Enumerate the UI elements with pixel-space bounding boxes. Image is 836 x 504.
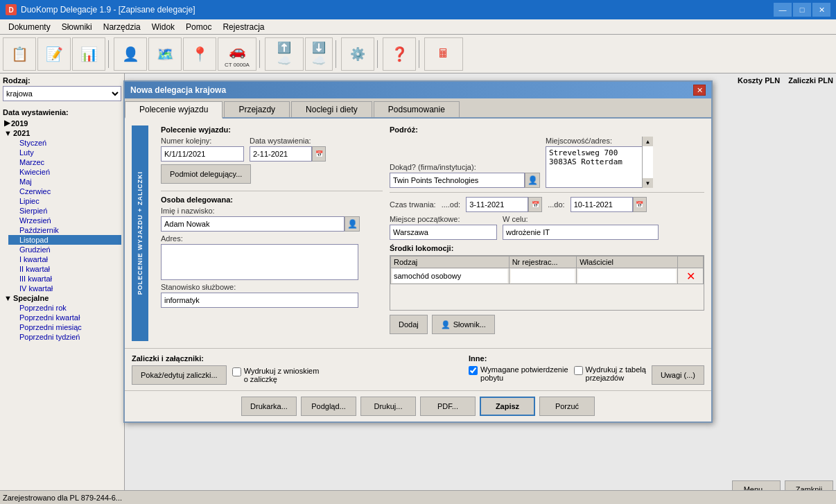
menu-pomoc[interactable]: Pomoc xyxy=(180,21,217,33)
address-scroll: ▲ ▼ xyxy=(642,137,653,188)
td-delete: ✕ xyxy=(678,268,704,284)
toolbar-map[interactable]: 🗺️ xyxy=(148,37,182,71)
data-wystawienia-input[interactable] xyxy=(250,146,312,162)
maximize-btn[interactable]: □ xyxy=(793,3,811,17)
cal-btn-do[interactable]: 📅 xyxy=(633,197,647,212)
scroll-up[interactable]: ▲ xyxy=(643,137,653,146)
cal-btn-od[interactable]: 📅 xyxy=(528,197,542,212)
toolbar-cloud-download[interactable]: ⬇️☁️ xyxy=(305,37,333,71)
od-input[interactable] xyxy=(466,197,528,212)
miejsce-poczatkowe-input[interactable] xyxy=(390,225,497,240)
pdf-btn[interactable]: PDF... xyxy=(420,397,476,416)
menu-dokumenty[interactable]: Dokumenty xyxy=(3,21,56,33)
podroz-section: Podróż: Dokąd? (firma/instytucja): 👤 Mie… xyxy=(390,125,704,334)
uwagi-btn[interactable]: Uwagi (...) xyxy=(652,365,704,385)
podroz-title: Podróż: xyxy=(390,125,704,134)
cal-btn-wystawienia[interactable]: 📅 xyxy=(312,146,326,162)
toolbar-table[interactable]: 📊 xyxy=(72,37,105,71)
dokad-select-btn[interactable]: 👤 xyxy=(525,173,540,188)
menu-narzedzia[interactable]: Narzędzia xyxy=(98,21,146,33)
w-celu-input[interactable] xyxy=(503,225,659,240)
dokad-group: Dokąd? (firma/instytucja): 👤 xyxy=(390,163,540,188)
toolbar-person[interactable]: 👤 xyxy=(114,37,147,71)
menu-rejestracja[interactable]: Rejestracja xyxy=(217,21,270,33)
inne-title: Inne: xyxy=(469,354,704,363)
zapisz-btn[interactable]: Zapisz xyxy=(480,397,535,416)
imie-nazwisko-input[interactable] xyxy=(161,216,345,232)
nr-rejestracji-input[interactable] xyxy=(511,269,575,283)
minimize-btn[interactable]: — xyxy=(774,3,792,17)
transport-tbody: ✕ xyxy=(391,268,704,284)
toolbar-car[interactable]: 🚗 CT 0000A xyxy=(218,37,256,71)
wydrukuj-z-tabela-checkbox[interactable] xyxy=(574,366,583,375)
dokad-input-row: 👤 xyxy=(390,173,540,188)
toolbar-sep-1 xyxy=(108,40,111,68)
app-close-btn[interactable]: ✕ xyxy=(812,3,830,17)
wlasciciel-input[interactable] xyxy=(578,269,676,283)
wymagane-potwierdzenie-checkbox[interactable] xyxy=(469,366,478,375)
data-wystawienia-label: Data wystawienia: xyxy=(250,137,326,145)
toolbar-new-delegation[interactable]: 📋 xyxy=(3,37,36,71)
divider-2 xyxy=(390,192,704,193)
miejscowosc-textarea[interactable]: Strevelsweg 700 3083AS Rotterdam xyxy=(546,146,653,188)
wymagane-potwierdzenie-label[interactable]: Wymagane potwierdzenie pobytu xyxy=(469,365,568,382)
dialog-close-btn[interactable]: ✕ xyxy=(693,85,706,96)
toolbar-help[interactable]: ❓ xyxy=(383,37,416,71)
wymagane-potwierdzenie-text: Wymagane potwierdzenie pobytu xyxy=(480,365,568,382)
delete-row-btn[interactable]: ✕ xyxy=(679,270,702,283)
czas-trwania-row: Czas trwania: ....od: 📅 ...do: 📅 xyxy=(390,197,704,212)
map-icon: 🗺️ xyxy=(154,43,176,65)
stanowisko-label: Stanowisko służbowe: xyxy=(161,283,383,291)
toolbar-cloud-upload[interactable]: ⬆️☁️ xyxy=(265,37,304,71)
toolbar-calculator[interactable]: 🖩 xyxy=(424,37,463,71)
stanowisko-input[interactable] xyxy=(161,293,358,308)
podmiot-btn[interactable]: Podmiot delegujący... xyxy=(161,164,251,184)
tabs: Polecenie wyjazdu Przejazdy Noclegi i di… xyxy=(125,98,711,119)
polecenie-wyjazdu-title: Polecenie wyjazdu: xyxy=(161,125,383,134)
route-icon: 📍 xyxy=(189,43,211,65)
pokaz-edytuj-btn[interactable]: Pokaż/edytuj zaliczki... xyxy=(132,365,227,385)
drukarka-btn[interactable]: Drukarka... xyxy=(241,397,297,416)
wydrukuj-z-wnioskiem-text: Wydrukuj z wnioskiem o zaliczkę xyxy=(244,367,320,383)
do-input[interactable] xyxy=(571,197,633,212)
adres-group: Adres: xyxy=(161,234,383,280)
toolbar-route[interactable]: 📍 xyxy=(183,37,216,71)
transport-table: Rodzaj Nr rejestrac... Właściciel xyxy=(390,256,704,284)
toolbar-edit[interactable]: 📝 xyxy=(37,37,71,71)
dodaj-btn[interactable]: Dodaj xyxy=(390,315,428,334)
dokad-input[interactable] xyxy=(390,173,525,188)
tab-polecenie-wyjazdu[interactable]: Polecenie wyjazdu xyxy=(125,101,223,119)
miejscowosc-input-row: Strevelsweg 700 3083AS Rotterdam ▲ ▼ xyxy=(546,146,653,188)
slownik-btn[interactable]: 👤 Słownik... xyxy=(432,315,495,334)
bottom-row: Zaliczki i załączniki: Pokaż/edytuj zali… xyxy=(132,354,704,385)
adres-textarea[interactable] xyxy=(161,244,358,280)
dialog-form-right: Podróż: Dokąd? (firma/instytucja): 👤 Mie… xyxy=(390,125,704,341)
zaliczki-section: Zaliczki i załączniki: Pokaż/edytuj zali… xyxy=(132,354,319,385)
scroll-down[interactable]: ▼ xyxy=(643,178,653,188)
w-celu-group: W celu: xyxy=(503,215,659,240)
tab-przejazdy[interactable]: Przejazdy xyxy=(224,101,290,117)
wydrukuj-z-wnioskiem-checkbox[interactable] xyxy=(232,367,241,376)
table-icon: 📊 xyxy=(78,43,100,65)
dokad-label: Dokąd? (firma/instytucja): xyxy=(390,163,540,171)
data-wystawienia-row: 📅 xyxy=(250,146,326,162)
toolbar-settings[interactable]: ⚙️ xyxy=(341,37,374,71)
rodzaj-input[interactable] xyxy=(392,269,507,283)
wydrukuj-z-wnioskiem-label[interactable]: Wydrukuj z wnioskiem o zaliczkę xyxy=(232,367,320,383)
wydrukuj-z-tabela-label[interactable]: Wydrukuj z tabelą przejazdów xyxy=(574,365,646,382)
tab-podsumowanie[interactable]: Podsumowanie xyxy=(374,101,460,117)
gear-icon: ⚙️ xyxy=(347,43,369,65)
numer-kolejny-input[interactable] xyxy=(161,146,244,162)
menu-slowniki[interactable]: Słowniki xyxy=(56,21,98,33)
edit-icon: 📝 xyxy=(43,43,65,65)
menu-widok[interactable]: Widok xyxy=(146,21,180,33)
toolbar-sep-5 xyxy=(419,40,421,68)
dialog-title-bar: Nowa delegacja krajowa ✕ xyxy=(125,82,711,98)
wydrukuj-z-tabela-text: Wydrukuj z tabelą przejazdów xyxy=(586,365,646,382)
th-nr-rejestracji: Nr rejestrac... xyxy=(509,257,577,268)
person-select-btn[interactable]: 👤 xyxy=(345,216,360,232)
tab-noclegi-diety[interactable]: Noclegi i diety xyxy=(291,101,372,117)
porzuc-btn[interactable]: Porzuć xyxy=(539,397,595,416)
drukuj-btn[interactable]: Drukuj... xyxy=(360,397,416,416)
podglad-btn[interactable]: Podgląd... xyxy=(301,397,356,416)
